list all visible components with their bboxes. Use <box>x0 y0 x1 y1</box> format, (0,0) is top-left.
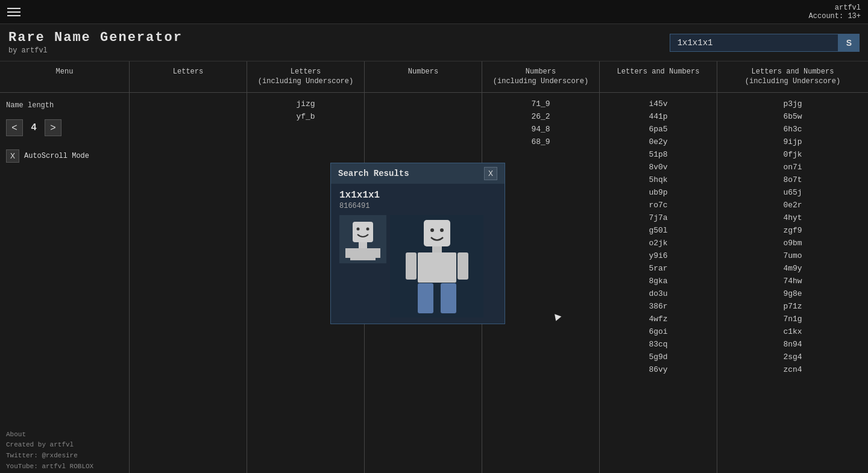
svg-point-3 <box>366 227 370 230</box>
list-item[interactable]: c1kx <box>717 325 868 338</box>
list-item[interactable]: 74hw <box>717 275 868 287</box>
hamburger-line-3 <box>7 15 20 16</box>
letters-numbers-underscore-column: p3jg6b5w6h3c9ijp0fjkon7i8o7tu65j0e2r4hyt… <box>717 93 868 473</box>
svg-point-8 <box>430 228 434 232</box>
title-area: Rare Name Generator by artfvl S <box>0 24 868 61</box>
list-item[interactable]: o2jk <box>600 237 717 249</box>
list-item[interactable]: 6b5w <box>717 110 868 123</box>
modal-header: Search Results X <box>331 163 505 184</box>
svg-rect-5 <box>345 248 353 258</box>
list-item[interactable]: 94_8 <box>482 123 599 136</box>
list-item[interactable]: 68_9 <box>482 136 599 148</box>
list-item[interactable]: 86vy <box>600 363 717 376</box>
col-header-letters-numbers: Letters and Numbers <box>600 61 717 92</box>
list-item[interactable]: 9g8e <box>717 287 868 300</box>
increment-button[interactable]: > <box>45 119 61 136</box>
length-value: 4 <box>28 122 40 133</box>
list-item[interactable]: u65j <box>717 186 868 199</box>
autoscroll-row: X AutoScroll Mode <box>6 149 123 163</box>
list-item[interactable]: g50l <box>600 224 717 237</box>
letters-numbers-column: i45v441p6pa50e2y51p88v0v5hqkub9pro7c7j7a… <box>600 93 717 473</box>
list-item[interactable]: 83cq <box>600 338 717 351</box>
list-item[interactable]: 7umo <box>717 249 868 262</box>
svg-rect-10 <box>432 246 442 252</box>
name-length-stepper: < 4 > <box>6 119 123 136</box>
list-item[interactable]: do3u <box>600 287 717 300</box>
list-item[interactable]: jizg <box>247 98 364 110</box>
search-results-modal: Search Results X 1x1x1x1 8166491 <box>330 163 505 324</box>
list-item[interactable]: 8n94 <box>717 338 868 351</box>
account-label: Account: 13+ <box>809 12 861 20</box>
list-item[interactable]: ub9p <box>600 186 717 199</box>
about-title: About <box>6 430 123 440</box>
list-item[interactable]: 441p <box>600 110 717 123</box>
about-section: About Created by artfvl Twitter: @rxdesi… <box>6 430 123 472</box>
search-input[interactable] <box>670 34 838 52</box>
list-item[interactable]: 8o7t <box>717 174 868 186</box>
hamburger-line-2 <box>7 11 20 13</box>
autoscroll-label: AutoScroll Mode <box>24 152 89 160</box>
list-item[interactable]: 6goi <box>600 325 717 338</box>
search-area: S <box>670 34 860 52</box>
svg-rect-6 <box>373 248 380 258</box>
list-item[interactable]: p3jg <box>717 98 868 110</box>
svg-rect-7 <box>424 220 450 246</box>
svg-rect-1 <box>353 222 373 242</box>
list-item[interactable]: 6pa5 <box>600 123 717 136</box>
svg-rect-13 <box>458 252 468 280</box>
list-item[interactable]: 5rar <box>600 262 717 275</box>
list-item[interactable]: 2sg4 <box>717 351 868 363</box>
list-item[interactable]: 0e2r <box>717 199 868 211</box>
list-item[interactable]: 4hyt <box>717 211 868 224</box>
svg-rect-0 <box>359 242 367 248</box>
list-item[interactable]: zgf9 <box>717 224 868 237</box>
svg-rect-11 <box>418 252 456 283</box>
about-twitter: Twitter: @rxdesire <box>6 451 123 462</box>
list-item[interactable]: p71z <box>717 300 868 313</box>
list-item[interactable]: 5hqk <box>600 174 717 186</box>
col-header-numbers-underscore: Numbers(including Underscore) <box>482 61 600 92</box>
list-item[interactable]: 386r <box>600 300 717 313</box>
list-item[interactable]: 51p8 <box>600 148 717 161</box>
hamburger-button[interactable] <box>7 8 20 16</box>
list-item[interactable]: 8gka <box>600 275 717 287</box>
avatar-bust <box>339 215 386 263</box>
col-header-letters: Letters <box>130 61 247 92</box>
modal-close-button[interactable]: X <box>484 167 497 180</box>
list-item[interactable]: 0fjk <box>717 148 868 161</box>
list-item[interactable]: 0e2y <box>600 136 717 148</box>
list-item[interactable]: 7n1g <box>717 313 868 325</box>
list-item[interactable]: 5g9d <box>600 351 717 363</box>
list-item[interactable]: 71_9 <box>482 98 599 110</box>
col-header-numbers: Numbers <box>365 61 482 92</box>
list-item[interactable]: 4wfz <box>600 313 717 325</box>
list-item[interactable]: yf_b <box>247 110 364 123</box>
about-creator: Created by artfvl <box>6 440 123 451</box>
list-item[interactable]: i45v <box>600 98 717 110</box>
list-item[interactable]: 7j7a <box>600 211 717 224</box>
result-username: 1x1x1x1 <box>339 190 496 201</box>
list-item[interactable]: ro7c <box>600 199 717 211</box>
svg-rect-14 <box>418 283 433 313</box>
decrement-button[interactable]: < <box>6 119 23 136</box>
name-length-label: Name length <box>6 101 123 110</box>
top-bar: artfvl Account: 13+ <box>0 0 868 24</box>
list-item[interactable]: 8v0v <box>600 161 717 174</box>
list-item[interactable]: 9ijp <box>717 136 868 148</box>
list-item[interactable]: on7i <box>717 161 868 174</box>
list-item[interactable]: 26_2 <box>482 110 599 123</box>
autoscroll-toggle[interactable]: X <box>6 149 19 163</box>
app-title: Rare Name Generator <box>8 30 183 45</box>
list-item[interactable]: 6h3c <box>717 123 868 136</box>
list-item[interactable]: o9bm <box>717 237 868 249</box>
svg-point-2 <box>357 227 360 230</box>
col-header-letters-underscore: Letters(including Underscore) <box>247 61 365 92</box>
list-item[interactable]: y9i6 <box>600 249 717 262</box>
search-button[interactable]: S <box>838 34 860 52</box>
col-header-letters-numbers-underscore: Letters and Numbers(including Underscore… <box>717 61 868 92</box>
app-subtitle: by artfvl <box>8 46 183 55</box>
list-item[interactable]: 4m9y <box>717 262 868 275</box>
list-item[interactable]: zcn4 <box>717 363 868 376</box>
modal-body: 1x1x1x1 8166491 <box>331 184 505 324</box>
avatars-row <box>339 215 496 318</box>
